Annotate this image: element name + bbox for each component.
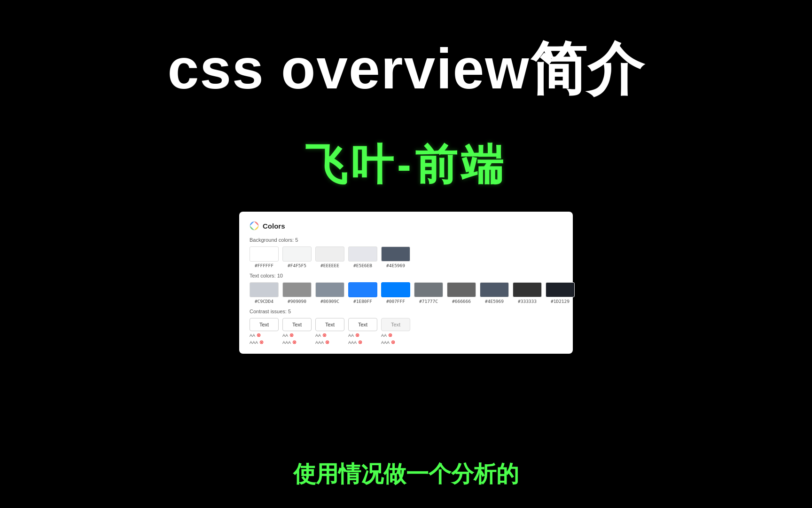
color-hex: #E5E6EB — [353, 263, 372, 268]
color-item: #FFFFFF — [250, 246, 279, 268]
aaa-label: AAA — [348, 340, 357, 345]
contrast-item: Text AA ⊗ AAA ⊗ — [250, 318, 279, 345]
cross-icon-2: ⊗ — [259, 339, 264, 345]
color-wheel-icon — [250, 221, 259, 230]
cross-icon-2: ⊗ — [325, 339, 329, 345]
aa-row: AA ⊗ — [315, 332, 327, 338]
cross-icon: ⊗ — [257, 332, 261, 338]
contrast-item: Text AA ⊗ AAA ⊗ — [348, 318, 377, 345]
color-hex: #F4F5F5 — [288, 263, 306, 268]
cross-icon: ⊗ — [388, 332, 392, 338]
aa-row: AA ⊗ — [250, 332, 261, 338]
contrast-issues-label: Contrast issues: 5 — [250, 309, 562, 314]
color-swatch — [513, 282, 542, 297]
color-item: #86909C — [315, 282, 344, 304]
color-item: #333333 — [513, 282, 542, 304]
color-item: #F4F5F5 — [282, 246, 312, 268]
aa-row: AA ⊗ — [381, 332, 392, 338]
aaa-label: AAA — [282, 340, 291, 345]
panel-title: Colors — [263, 222, 285, 230]
color-swatch — [348, 246, 377, 262]
background-colors-row: #FFFFFF #F4F5F5 #EEEEEE #E5E6EB #4E5969 — [250, 246, 562, 268]
aaa-label: AAA — [250, 340, 258, 345]
text-colors-label: Text colors: 10 — [250, 273, 562, 278]
aaa-label: AAA — [315, 340, 324, 345]
color-item: #4E5969 — [480, 282, 509, 304]
contrast-btn[interactable]: Text — [282, 318, 312, 331]
contrast-item: Text AA ⊗ AAA ⊗ — [381, 318, 410, 345]
cross-icon: ⊗ — [289, 332, 294, 338]
color-swatch — [282, 246, 312, 262]
color-item: #4E5969 — [381, 246, 410, 268]
color-swatch — [315, 246, 344, 262]
color-hex: #1D2129 — [551, 299, 570, 304]
color-hex: #EEEEEE — [320, 263, 339, 268]
color-hex: #FFFFFF — [255, 263, 273, 268]
color-swatch — [282, 282, 312, 297]
subtitle: 飞叶-前端 — [0, 136, 812, 194]
color-swatch — [250, 246, 279, 262]
color-swatch — [250, 282, 279, 297]
cross-icon: ⊗ — [355, 332, 359, 338]
aaa-row: AAA ⊗ — [315, 339, 329, 345]
color-hex: #1E80FF — [353, 299, 372, 304]
color-swatch — [348, 282, 377, 297]
cross-icon-2: ⊗ — [391, 339, 395, 345]
contrast-btn[interactable]: Text — [381, 318, 410, 331]
colors-panel: Colors Background colors: 5 #FFFFFF #F4F… — [239, 212, 573, 354]
color-swatch — [546, 282, 575, 297]
color-item: #1E80FF — [348, 282, 377, 304]
color-item: #EEEEEE — [315, 246, 344, 268]
color-swatch — [381, 282, 410, 297]
text-colors-row: #C9CDD4 #909090 #86909C #1E80FF #007FFF … — [250, 282, 562, 304]
color-item: #71777C — [414, 282, 443, 304]
color-swatch — [414, 282, 443, 297]
color-swatch — [315, 282, 344, 297]
aaa-row: AAA ⊗ — [381, 339, 395, 345]
contrast-btn[interactable]: Text — [348, 318, 377, 331]
color-item: #1D2129 — [546, 282, 575, 304]
panel-header: Colors — [250, 221, 562, 230]
color-hex: #86909C — [320, 299, 339, 304]
aaa-row: AAA ⊗ — [250, 339, 264, 345]
color-hex: #666666 — [452, 299, 471, 304]
color-item: #C9CDD4 — [250, 282, 279, 304]
contrast-item: Text AA ⊗ AAA ⊗ — [315, 318, 344, 345]
color-hex: #C9CDD4 — [255, 299, 273, 304]
color-swatch — [381, 246, 410, 262]
bottom-text: 使用情况做一个分析的 — [0, 459, 812, 489]
cross-icon-2: ⊗ — [292, 339, 297, 345]
aa-label: AA — [381, 333, 387, 338]
color-hex: #71777C — [419, 299, 438, 304]
cross-icon: ⊗ — [322, 332, 327, 338]
color-hex: #4E5969 — [485, 299, 504, 304]
contrast-btn[interactable]: Text — [315, 318, 344, 331]
cross-icon-2: ⊗ — [358, 339, 362, 345]
background-colors-label: Background colors: 5 — [250, 237, 562, 243]
color-hex: #333333 — [518, 299, 537, 304]
svg-point-1 — [252, 224, 256, 228]
color-item: #666666 — [447, 282, 476, 304]
contrast-btn[interactable]: Text — [250, 318, 279, 331]
contrast-issues-row: Text AA ⊗ AAA ⊗ Text AA ⊗ AAA ⊗ Text — [250, 318, 562, 345]
main-title: css overview简介 — [0, 38, 812, 100]
contrast-item: Text AA ⊗ AAA ⊗ — [282, 318, 312, 345]
color-hex: #909090 — [288, 299, 306, 304]
color-item: #909090 — [282, 282, 312, 304]
aa-label: AA — [315, 333, 321, 338]
color-item: #E5E6EB — [348, 246, 377, 268]
aa-label: AA — [348, 333, 354, 338]
color-hex: #4E5969 — [386, 263, 405, 268]
aaa-row: AAA ⊗ — [282, 339, 297, 345]
color-swatch — [480, 282, 509, 297]
aaa-row: AAA ⊗ — [348, 339, 362, 345]
aa-row: AA ⊗ — [348, 332, 359, 338]
aaa-label: AAA — [381, 340, 390, 345]
color-hex: #007FFF — [386, 299, 405, 304]
color-swatch — [447, 282, 476, 297]
aa-label: AA — [282, 333, 288, 338]
aa-row: AA ⊗ — [282, 332, 294, 338]
aa-label: AA — [250, 333, 255, 338]
color-item: #007FFF — [381, 282, 410, 304]
